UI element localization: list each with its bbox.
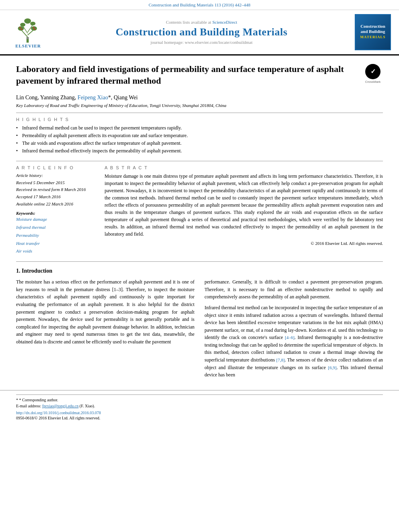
ref-6-9-link[interactable]: [6,9] [328,365,337,370]
email-note: E-mail address: fprxiao@tongji.edu.cn (F… [16,403,383,409]
ref-7-8-link[interactable]: [7,8] [276,357,285,362]
elsevier-logo-left: ELSEVIER [8,16,48,48]
keywords-label: Keywords: [16,211,97,216]
svg-point-11 [21,28,22,30]
crossmark-icon: ✓ [365,64,380,79]
authors: Lin Cong, Yanning Zhang, Feipeng Xiao*, … [16,94,383,101]
intro-right-col: performance. Generally, it is difficult … [205,278,383,382]
keyword-2: Infrared thermal [16,224,97,232]
highlight-item-4: Infrared thermal method effectively insp… [16,147,383,155]
article-info-abstract-section: A R T I C L E I N F O Article history: R… [16,165,383,255]
article-history: Article history: Received 5 December 201… [16,172,97,207]
highlight-item-3: The air voids and evaporations affect th… [16,140,383,147]
corresponding-text: * Corresponding author. [19,398,58,402]
history-online: Available online 22 March 2016 [16,201,97,208]
abstract-paragraph: Moisture damage is one main distress typ… [105,173,383,238]
abstract-text: Moisture damage is one main distress typ… [105,173,383,238]
elsevier-label: ELSEVIER [15,43,41,48]
footer-section: * * Corresponding author. E-mail address… [0,390,399,425]
highlights-label: H I G H L I G H T S [16,117,383,122]
introduction-section: 1. Introduction The moisture has a serio… [16,268,383,382]
article-info-label: A R T I C L E I N F O [16,165,97,170]
abstract-section: A B S T R A C T Moisture damage is one m… [105,165,383,255]
title-divider [16,113,383,113]
footer-divider [16,394,383,395]
intro-left-text: The moisture has a serious effect on the… [16,278,195,345]
keyword-3: Permeability [16,232,97,240]
history-accepted: Accepted 17 March 2016 [16,193,97,201]
svg-line-1 [21,29,27,37]
keywords-section: Keywords: Moisture damage Infrared therm… [16,211,97,255]
svg-point-9 [24,18,31,23]
article-content: Laboratory and field investigations of p… [0,55,399,390]
svg-point-7 [20,23,25,26]
sciencedirect-anchor[interactable]: ScienceDirect [212,20,237,25]
footer-issn: 0950-0618/© 2016 Elsevier Ltd. All right… [16,415,383,421]
svg-point-6 [31,26,37,31]
author-xiao-link[interactable]: Feipeng Xiao [78,94,108,101]
article-info-section: A R T I C L E I N F O Article history: R… [16,165,97,255]
history-label: Article history: [16,172,97,179]
crossmark-badge: ✓ CrossMark [363,64,383,84]
keyword-4: Heat transfer [16,240,97,248]
intro-left-paragraph: The moisture has a serious effect on the… [16,278,195,345]
email-label: E-mail address: [16,404,41,408]
article-title: Laboratory and field investigations of p… [16,64,357,86]
affiliation: Key Laboratory of Road and Traffic Engin… [16,103,383,108]
keyword-1: Moisture damage [16,216,97,224]
contents-text: Contents lists available at [166,20,212,25]
intro-right-paragraph-2: Infrared thermal test method can be inco… [205,304,383,379]
crossmark-label: CrossMark [365,80,381,84]
highlight-item-2: Permeability of asphalt pavement affects… [16,132,383,140]
intro-left-col: The moisture has a serious effect on the… [16,278,195,382]
svg-point-14 [26,37,29,39]
highlights-section: H I G H L I G H T S Infrared thermal met… [16,117,383,155]
keyword-5: Air voids [16,247,97,255]
svg-point-12 [33,27,34,29]
svg-point-5 [18,26,24,31]
doi-bar: Construction and Building Materials 113 … [0,0,399,10]
wavelengths-text: wavelengths [324,312,348,318]
email-suffix: (F. Xiao). [80,404,95,408]
ref-4-6-link[interactable]: [4–6] [285,335,294,340]
journal-title-center: Contents lists available at ScienceDirec… [48,20,355,45]
intro-right-text: performance. Generally, it is difficult … [205,278,383,379]
highlights-divider [16,161,383,161]
svg-point-13 [34,28,35,30]
footer-doi: http://dx.doi.org/10.1016/j.conbuildmat.… [16,411,383,415]
article-title-section: Laboratory and field investigations of p… [16,64,383,90]
journal-header: ELSEVIER Contents lists available at Sci… [0,10,399,55]
svg-point-10 [19,27,21,29]
abstract-label: A B S T R A C T [105,165,383,170]
corresponding-note: * * Corresponding author. [16,397,383,403]
history-received: Received 5 December 2015 [16,179,97,187]
doi-text: Construction and Building Materials 113 … [148,2,250,7]
sciencedirect-link: Contents lists available at ScienceDirec… [48,20,355,25]
history-revised: Received in revised form 8 March 2016 [16,186,97,193]
email-link[interactable]: fprxiao@tongji.edu.cn [42,404,78,408]
authors-text: Lin Cong, Yanning Zhang, Feipeng Xiao*, … [16,94,138,101]
svg-point-8 [30,22,35,25]
logo-right-sub: MATERIALS [360,35,386,39]
abstract-divider [16,261,383,262]
intro-heading: 1. Introduction [16,268,383,274]
footnote-star: * [16,398,19,402]
journal-main-title: Construction and Building Materials [48,26,355,38]
highlights-list: Infrared thermal method can be used to i… [16,124,383,155]
journal-logo-right: Constructionand BuildingMATERIALS [355,14,391,50]
elsevier-tree-icon [13,16,43,43]
copyright: © 2016 Elsevier Ltd. All rights reserved… [105,241,383,246]
intro-right-paragraph-1: performance. Generally, it is difficult … [205,278,383,301]
page: Construction and Building Materials 113 … [0,0,399,532]
logo-right-title: Constructionand BuildingMATERIALS [360,24,386,40]
intro-two-col: The moisture has a serious effect on the… [16,278,383,382]
highlight-item-1: Infrared thermal method can be used to i… [16,124,383,132]
journal-homepage: journal homepage: www.elsevier.com/locat… [48,40,355,45]
